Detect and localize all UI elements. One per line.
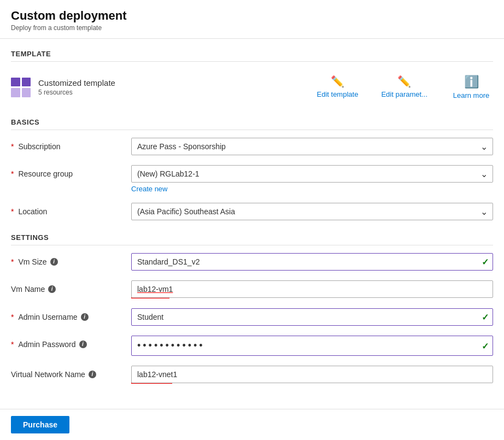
learn-more-icon: ℹ️ [464, 75, 479, 89]
vm-size-input-wrap: ✓ [131, 253, 493, 271]
virtual-network-name-label: Virtual Network Name i [11, 366, 131, 379]
location-row: * Location (Asia Pacific) Southeast Asia [11, 203, 493, 220]
admin-username-input[interactable] [131, 308, 493, 326]
vm-size-control: ✓ [131, 253, 493, 271]
resource-group-required: * [11, 169, 14, 178]
admin-username-control: ✓ [131, 308, 493, 326]
icon-cell-3 [11, 88, 20, 97]
page-subtitle: Deploy from a custom template [11, 24, 493, 32]
icon-cell-1 [11, 78, 20, 87]
vm-name-input-wrap [131, 280, 493, 298]
location-control: (Asia Pacific) Southeast Asia [131, 203, 493, 220]
resource-group-label: * Resource group [11, 165, 131, 178]
subscription-control: Azure Pass - Sponsorship [131, 138, 493, 155]
template-section: TEMPLATE Customized template 5 resources [11, 50, 493, 105]
main-content: TEMPLATE Customized template 5 resources [0, 39, 504, 408]
basics-section-header: BASICS [11, 118, 493, 130]
admin-password-control: ✓ [131, 336, 493, 356]
location-select-wrapper: (Asia Pacific) Southeast Asia [131, 203, 493, 220]
admin-password-row: * Admin Password i ✓ [11, 336, 493, 356]
subscription-row: * Subscription Azure Pass - Sponsorship [11, 138, 493, 155]
admin-password-required: * [11, 340, 14, 349]
bottom-bar: Purchase [0, 409, 504, 440]
template-resources: 5 resources [38, 89, 115, 96]
vm-size-input[interactable] [131, 253, 493, 271]
settings-section: SETTINGS * Vm Size i ✓ Vm Name i [11, 233, 493, 384]
edit-template-button[interactable]: ✏️ Edit template [315, 75, 359, 99]
admin-username-input-wrap: ✓ [131, 308, 493, 326]
virtual-network-name-info-icon: i [89, 371, 96, 378]
settings-section-header: SETTINGS [11, 233, 493, 245]
admin-username-row: * Admin Username i ✓ [11, 308, 493, 326]
page-header: Custom deployment Deploy from a custom t… [0, 0, 504, 39]
learn-more-label: Learn more [453, 91, 489, 99]
resource-group-select-wrapper: (New) RGLab12-1 [131, 165, 493, 183]
admin-password-input-wrap: ✓ [131, 336, 493, 356]
admin-password-info-icon: i [79, 341, 87, 348]
edit-parameters-icon: ✏️ [397, 75, 411, 88]
admin-username-info-icon: i [81, 313, 89, 321]
virtual-network-name-row: Virtual Network Name i [11, 366, 493, 384]
purchase-button[interactable]: Purchase [11, 416, 69, 433]
resource-group-select[interactable]: (New) RGLab12-1 [131, 165, 493, 183]
admin-username-checkmark: ✓ [482, 312, 489, 322]
template-card: Customized template 5 resources ✏️ Edit … [11, 69, 493, 105]
edit-parameters-button[interactable]: ✏️ Edit paramet... [381, 75, 427, 99]
template-section-header: TEMPLATE [11, 50, 493, 62]
vm-name-input[interactable] [131, 280, 493, 298]
location-select[interactable]: (Asia Pacific) Southeast Asia [131, 203, 493, 220]
page-title: Custom deployment [11, 9, 493, 23]
vm-name-label: Vm Name i [11, 280, 131, 294]
basics-section: BASICS * Subscription Azure Pass - Spons… [11, 118, 493, 220]
vm-size-checkmark: ✓ [482, 257, 489, 267]
vm-name-row: Vm Name i [11, 280, 493, 298]
location-label: * Location [11, 203, 131, 216]
resource-group-row: * Resource group (New) RGLab12-1 Create … [11, 165, 493, 193]
vm-size-row: * Vm Size i ✓ [11, 253, 493, 271]
vm-size-info-icon: i [50, 258, 58, 266]
template-name: Customized template [38, 78, 115, 87]
subscription-required: * [11, 142, 14, 151]
vm-name-info-icon: i [48, 285, 56, 293]
admin-password-label: * Admin Password i [11, 336, 131, 349]
icon-cell-4 [22, 88, 31, 97]
edit-template-label: Edit template [317, 90, 359, 98]
edit-template-icon: ✏️ [331, 75, 344, 88]
vm-size-required: * [11, 257, 14, 266]
location-required: * [11, 207, 14, 216]
icon-cell-2 [22, 78, 31, 87]
edit-parameters-label: Edit paramet... [381, 90, 427, 98]
subscription-select-wrapper: Azure Pass - Sponsorship [131, 138, 493, 155]
admin-password-input[interactable] [131, 336, 493, 356]
admin-password-checkmark: ✓ [482, 341, 489, 351]
virtual-network-name-input-wrap [131, 366, 493, 384]
resource-group-control: (New) RGLab12-1 Create new [131, 165, 493, 193]
template-meta: Customized template 5 resources [38, 78, 115, 96]
create-new-link[interactable]: Create new [131, 185, 493, 193]
learn-more-button[interactable]: ℹ️ Learn more [449, 75, 493, 99]
template-icon [11, 78, 31, 97]
vm-name-control [131, 280, 493, 298]
virtual-network-name-input[interactable] [131, 366, 493, 383]
template-info: Customized template 5 resources [11, 78, 115, 97]
admin-username-label: * Admin Username i [11, 308, 131, 321]
virtual-network-name-control [131, 366, 493, 384]
vm-size-label: * Vm Size i [11, 253, 131, 266]
subscription-select[interactable]: Azure Pass - Sponsorship [131, 138, 493, 155]
template-actions: ✏️ Edit template ✏️ Edit paramet... ℹ️ L… [315, 75, 493, 99]
admin-username-required: * [11, 313, 14, 321]
subscription-label: * Subscription [11, 138, 131, 151]
